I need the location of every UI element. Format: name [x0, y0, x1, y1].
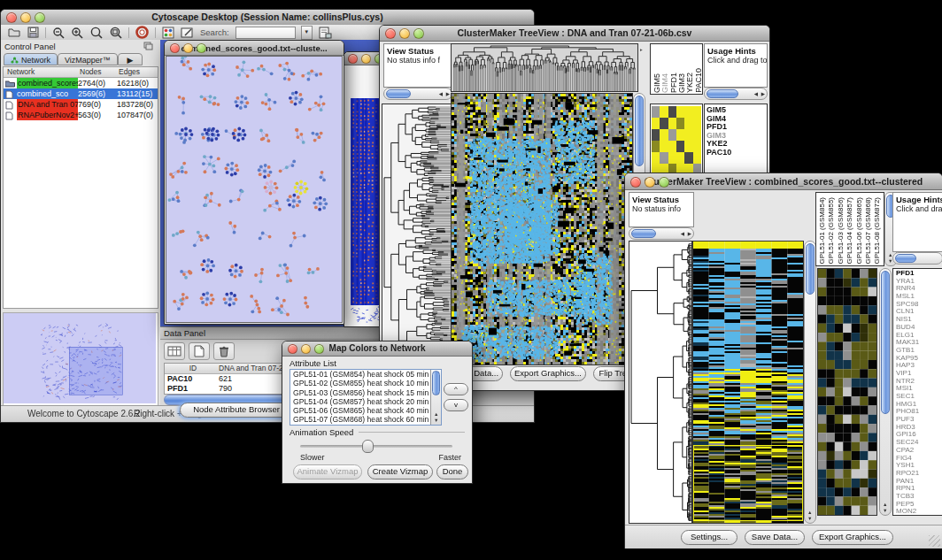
attribute-list-item[interactable]: GPL51-06 (GSM865) heat shock 40 min — [290, 406, 441, 415]
arrow-up-icon[interactable]: ▲ — [434, 411, 438, 417]
network-overview-panel[interactable] — [3, 312, 158, 406]
help-lifering-icon[interactable] — [135, 26, 149, 39]
move-down-button[interactable]: v — [444, 399, 468, 411]
network-view-titlebar[interactable]: combined_scores_good.txt--cluste... — [165, 41, 344, 56]
tv2-heatmap[interactable] — [692, 241, 804, 524]
network-list-header[interactable]: Network Nodes Edges — [4, 67, 158, 78]
zoom-in-icon[interactable] — [71, 27, 83, 39]
open-file-icon[interactable] — [8, 27, 21, 38]
attribute-list-item[interactable]: GPL51-03 (GSM856) heat shock 15 min — [290, 388, 441, 397]
network-list-row[interactable]: RNAPuberNov2+|563(0)107847(0) — [4, 110, 158, 120]
scrollbar-thumb[interactable] — [806, 243, 815, 295]
node-attribute-browser-button[interactable]: Node Attribute Browser — [180, 403, 293, 418]
search-input[interactable] — [236, 27, 296, 39]
tv2-save-data-button[interactable]: Save Data... — [745, 530, 805, 545]
close-button[interactable] — [288, 344, 297, 354]
attribute-list-item[interactable]: GPL51-07 (GSM868) heat shock 60 min — [290, 415, 441, 424]
create-vizmap-button[interactable]: Create Vizmap — [367, 464, 433, 479]
search-dropdown-button[interactable]: ▼ — [301, 26, 313, 40]
import-table-icon[interactable] — [319, 27, 332, 39]
arrow-left-icon[interactable]: ◀ — [754, 91, 758, 96]
annotation-icon[interactable] — [181, 27, 194, 39]
done-button[interactable]: Done — [436, 464, 468, 479]
arrow-right-icon[interactable]: ▶ — [688, 231, 691, 236]
tv1-status-hscrollbar[interactable]: ◀ ▶ — [383, 88, 452, 100]
dp-col-id[interactable]: ID — [165, 364, 219, 373]
close-button[interactable] — [630, 177, 641, 188]
tv1-export-graphics-button[interactable]: Export Graphics... — [510, 366, 586, 381]
tv2-export-graphics-button[interactable]: Export Graphics... — [812, 530, 893, 545]
tv2-vscrollbar[interactable]: ▲ ▼ — [804, 241, 816, 524]
network-list-row[interactable]: combined_scores2764(0)16218(0) — [4, 78, 158, 88]
tv1-heatmap[interactable] — [451, 93, 633, 365]
tv2-zoom-heatmap[interactable] — [817, 268, 877, 516]
dialog-titlebar[interactable]: Map Colors to Network — [282, 341, 472, 357]
arrow-up-icon[interactable]: ▲ — [883, 502, 887, 507]
arrow-down-icon[interactable]: ▼ — [883, 508, 887, 513]
arrow-right-icon[interactable]: ▶ — [761, 91, 765, 96]
scrollbar-thumb[interactable] — [895, 254, 916, 263]
new-attribute-icon[interactable] — [189, 342, 210, 360]
main-titlebar[interactable]: Cytoscape Desktop (Session Name: collins… — [1, 10, 534, 26]
speed-slider-thumb[interactable] — [362, 440, 374, 453]
attribute-list-item[interactable]: GPL51-01 (GSM854) heat shock 05 min — [290, 370, 441, 379]
treeview2-titlebar[interactable]: ClusterMaker TreeView : combined_scores_… — [625, 173, 942, 190]
scrollbar-thumb[interactable] — [631, 229, 656, 238]
arrow-left-icon[interactable]: ◀ — [439, 91, 443, 96]
delete-attribute-trash-icon[interactable] — [213, 342, 235, 360]
network-list-row[interactable]: DNA and Tran 07769(0)183728(0) — [4, 99, 158, 110]
zoom-out-icon[interactable] — [52, 27, 65, 39]
close-button[interactable] — [385, 28, 396, 39]
arrow-up-icon[interactable]: ▲ — [807, 510, 812, 515]
attribute-list-item[interactable]: GPL51-04 (GSM857) heat shock 20 min — [290, 397, 441, 406]
minimize-button[interactable] — [399, 28, 410, 39]
tv1-row-dendrogram[interactable] — [382, 104, 452, 365]
save-icon[interactable] — [27, 27, 39, 38]
tv1-column-dendrogram[interactable] — [451, 43, 638, 92]
zoom-button[interactable] — [197, 43, 206, 53]
scrollbar-thumb[interactable] — [881, 271, 890, 414]
vizmap-icon[interactable] — [162, 27, 174, 39]
minimize-button[interactable] — [20, 12, 31, 23]
scrollbar-thumb[interactable] — [386, 89, 411, 98]
tab-overflow-arrow[interactable]: ▶ — [118, 53, 143, 65]
zoom-selected-icon[interactable] — [109, 27, 122, 39]
zoom-button[interactable] — [659, 177, 669, 188]
attribute-listbox[interactable]: GPL51-01 (GSM854) heat shock 05 minGPL51… — [290, 369, 442, 426]
arrow-left-icon[interactable]: ◀ — [681, 231, 684, 236]
arrow-right-icon[interactable]: ▶ — [446, 91, 450, 96]
zoom-fit-icon[interactable] — [89, 27, 103, 39]
arrow-down-icon[interactable]: ▼ — [434, 418, 438, 423]
minimize-button[interactable] — [301, 344, 311, 354]
tab-network[interactable]: Network — [4, 53, 58, 65]
minimize-button[interactable] — [183, 43, 193, 53]
zoom-button[interactable] — [413, 28, 424, 39]
network-list-row[interactable]: combined_sco2569(6)13112(15) — [4, 88, 158, 99]
resize-grip[interactable] — [929, 535, 940, 547]
minimize-button[interactable] — [361, 54, 371, 64]
float-panel-icon[interactable] — [143, 42, 153, 50]
close-button[interactable] — [170, 43, 180, 53]
move-up-button[interactable]: ^ — [444, 383, 468, 395]
attribute-table-icon[interactable] — [164, 342, 185, 360]
scrollbar-thumb[interactable] — [432, 371, 440, 395]
network-overview-canvas[interactable] — [4, 313, 156, 403]
attribute-list-item[interactable]: GPL51-02 (GSM855) heat shock 10 min — [290, 379, 441, 387]
col-header-edges[interactable]: Edges — [119, 67, 158, 77]
tv2-row-dendrogram[interactable] — [629, 241, 692, 524]
tv2-status-hscrollbar[interactable]: ◀ ▶ — [629, 227, 694, 240]
attribute-list-scrollbar[interactable]: ▲ ▼ — [430, 370, 441, 425]
col-header-network[interactable]: Network — [4, 67, 80, 77]
col-header-nodes[interactable]: Nodes — [80, 67, 119, 77]
network-graph-canvas[interactable] — [166, 56, 343, 323]
arrow-right-icon[interactable]: ▸ — [640, 47, 643, 52]
tv1-correlation-matrix[interactable] — [652, 106, 701, 175]
tv2-zoom-vscrollbar[interactable]: ▲ ▼ — [879, 268, 892, 516]
tv2-settings-button[interactable]: Settings... — [681, 530, 737, 545]
scrollbar-thumb[interactable] — [706, 89, 738, 98]
tv2-hints-hscrollbar[interactable] — [892, 252, 942, 265]
close-button[interactable] — [6, 12, 17, 23]
zoom-button[interactable] — [314, 344, 324, 354]
treeview1-titlebar[interactable]: ClusterMaker TreeView : DNA and Tran 07-… — [380, 26, 769, 42]
tv1-hints-hscrollbar[interactable]: ◀ ▶ — [704, 88, 768, 100]
